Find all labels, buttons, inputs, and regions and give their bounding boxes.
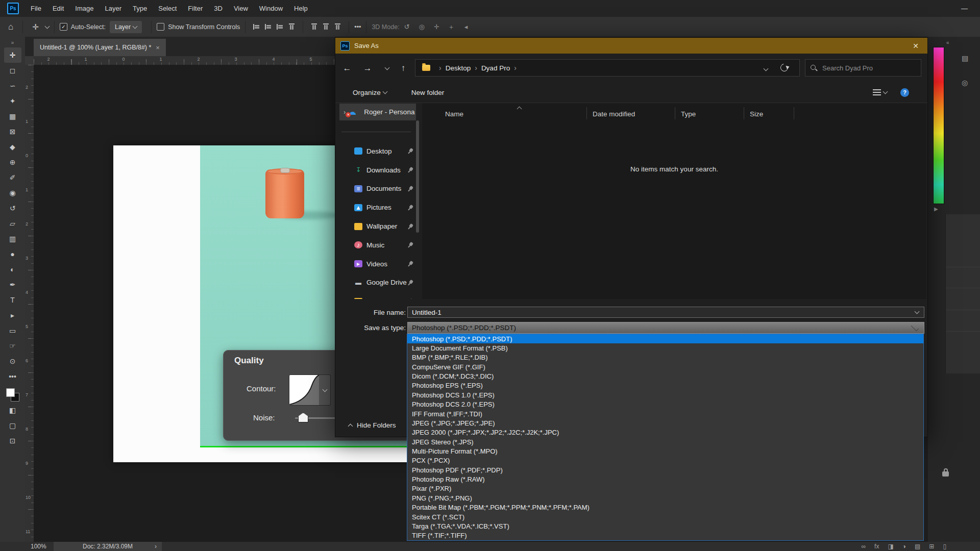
delete-layer-icon[interactable]: ▯ — [943, 543, 946, 550]
save-as-type-dropdown[interactable]: Photoshop (*.PSD;*.PDD;*.PSDT) — [407, 322, 924, 334]
address-dropdown-button[interactable] — [762, 64, 768, 72]
column-separator[interactable] — [744, 107, 744, 119]
sidebar-item-pictures[interactable]: ▲ Pictures — [337, 198, 420, 217]
3d-mode-icon[interactable]: ↺ — [403, 22, 411, 31]
3d-mode-icon[interactable]: ◎ — [418, 22, 426, 31]
column-separator[interactable] — [794, 107, 794, 119]
menu-item[interactable]: Window — [254, 0, 288, 17]
format-option[interactable]: Photoshop PDF (*.PDF;*.PDP) — [407, 465, 923, 474]
link-layers-icon[interactable]: ∞ — [861, 543, 866, 550]
format-option[interactable]: Photoshop Raw (*.RAW) — [407, 474, 923, 484]
align-top-icon[interactable] — [289, 23, 295, 30]
sidebar-item-google-drive[interactable]: ▬ Google Drive — [337, 273, 420, 292]
organize-button[interactable]: Organize — [353, 89, 387, 96]
tool-clone-stamp[interactable]: ◉ — [4, 185, 21, 201]
contour-dropdown-button[interactable] — [319, 374, 331, 406]
search-box[interactable] — [805, 59, 921, 77]
format-option[interactable]: Photoshop DCS 1.0 (*.EPS) — [407, 390, 923, 399]
sidebar-item-downloads[interactable]: ↧ Downloads — [337, 161, 420, 180]
sidebar-item-music[interactable]: ♪ Music — [337, 236, 420, 255]
collapse-panels-icon[interactable]: « — [946, 40, 949, 45]
more-options[interactable]: ••• — [354, 23, 361, 31]
column-separator[interactable] — [586, 107, 587, 119]
sidebar-item-wallpaper[interactable]: Wallpaper — [337, 217, 420, 236]
align-bottom-icon[interactable] — [335, 23, 340, 30]
tool-type[interactable]: T — [4, 292, 21, 308]
sidebar-item-onedrive[interactable]: › ☁ ✕ Roger - Persona — [339, 104, 416, 120]
column-header[interactable]: Type — [681, 110, 696, 118]
color-spectrum-bar[interactable] — [933, 47, 944, 204]
menu-item[interactable]: Type — [127, 0, 153, 17]
format-option[interactable]: Photoshop DCS 2.0 (*.EPS) — [407, 400, 923, 409]
quick-mask-icon[interactable]: ◧ — [4, 403, 21, 418]
tool-frame[interactable]: ⊠ — [4, 124, 21, 139]
sidebar-item-documents[interactable]: ≡ Documents — [337, 180, 420, 198]
menu-item[interactable]: Layer — [100, 0, 128, 17]
tool-shape[interactable]: ▭ — [4, 323, 21, 338]
format-option[interactable]: BMP (*.BMP;*.RLE;*.DIB) — [407, 353, 923, 362]
format-option[interactable]: TIFF (*.TIF;*.TIFF) — [407, 531, 923, 540]
move-tool-icon[interactable]: ✛ — [28, 22, 43, 32]
tool-hand[interactable]: ☞ — [4, 338, 21, 354]
address-bar[interactable]: › Desktop›Dyad Pro› — [415, 59, 800, 77]
document-tab[interactable]: Untitled-1 @ 100% (Layer 1, RGB/8#) * × — [34, 39, 166, 56]
format-option[interactable]: Photoshop (*.PSD;*.PDD;*.PSDT) — [407, 334, 923, 343]
sidebar-item-desktop[interactable]: Desktop — [337, 142, 420, 161]
refresh-icon[interactable] — [779, 62, 790, 73]
menu-item[interactable]: Help — [288, 0, 313, 17]
clone-source-panel-icon[interactable]: ◎ — [962, 79, 968, 87]
menu-item[interactable]: Image — [69, 0, 99, 17]
format-option[interactable]: IFF Format (*.IFF;*.TDI) — [407, 409, 923, 418]
distribute-horizontal-icon[interactable] — [323, 23, 329, 30]
menu-item[interactable]: Edit — [47, 0, 69, 17]
spectrum-handle-icon[interactable]: ▶ — [934, 206, 938, 212]
zoom-level[interactable]: 100% — [31, 543, 46, 550]
menu-item[interactable]: Select — [153, 0, 182, 17]
breadcrumb-segment[interactable]: Dyad Pro — [481, 64, 510, 72]
tool-healing-brush[interactable]: ⊕ — [4, 155, 21, 170]
format-option[interactable]: JPEG (*.JPG;*.JPEG;*.JPE) — [407, 418, 923, 428]
layer-effects-icon[interactable]: fx — [874, 543, 879, 550]
menu-item[interactable]: View — [228, 0, 254, 17]
tool-path-select[interactable]: ▸ — [4, 308, 21, 323]
format-option[interactable]: PCX (*.PCX) — [407, 456, 923, 465]
tool-marquee[interactable]: ◻ — [4, 63, 21, 78]
tool-more[interactable]: ••• — [4, 369, 21, 384]
adjustment-layer-icon[interactable]: ◑ — [902, 543, 906, 550]
noise-slider-handle[interactable] — [298, 413, 308, 422]
column-header[interactable]: Size — [750, 110, 763, 118]
tool-gradient[interactable]: ▥ — [4, 231, 21, 246]
distribute-vertical-icon[interactable] — [311, 23, 317, 30]
home-icon[interactable]: ⌂ — [4, 22, 17, 32]
tool-eyedropper[interactable]: ◆ — [4, 139, 21, 155]
tool-brush[interactable]: ✐ — [4, 170, 21, 185]
3d-mode-icon[interactable]: ◂ — [462, 22, 471, 31]
format-option[interactable]: Pixar (*.PXR) — [407, 484, 923, 493]
menu-item[interactable]: 3D — [208, 0, 228, 17]
menu-item[interactable]: File — [25, 0, 47, 17]
forward-button[interactable]: → — [360, 61, 375, 76]
format-option[interactable]: Large Document Format (*.PSB) — [407, 343, 923, 353]
recent-locations-button[interactable] — [378, 61, 394, 76]
auto-select-checkbox[interactable]: ✓ — [60, 23, 67, 31]
column-separator[interactable] — [675, 107, 675, 119]
window-minimize-button[interactable]: — — [961, 0, 968, 17]
sidebar-item-partial[interactable] — [337, 292, 420, 299]
format-option[interactable]: CompuServe GIF (*.GIF) — [407, 362, 923, 371]
tool-quick-selection[interactable]: ✦ — [4, 93, 21, 109]
tool-blur[interactable]: ● — [4, 246, 21, 262]
tool-lasso[interactable]: ∽ — [4, 78, 21, 93]
column-header[interactable]: Date modified — [593, 110, 635, 118]
help-button[interactable]: ? — [900, 88, 909, 97]
artboard-icon[interactable]: ⊡ — [4, 433, 21, 448]
tool-eraser[interactable]: ▱ — [4, 216, 21, 231]
new-layer-icon[interactable]: ⊞ — [929, 543, 934, 550]
tool-history-brush[interactable]: ↺ — [4, 201, 21, 216]
show-transform-checkbox[interactable] — [157, 23, 164, 31]
tool-move[interactable]: ✛ — [4, 47, 21, 63]
format-option[interactable]: PNG (*.PNG;*.PNG) — [407, 493, 923, 503]
search-input[interactable] — [821, 64, 916, 72]
hide-folders-button[interactable]: Hide Folders — [346, 421, 396, 429]
file-name-input[interactable] — [408, 309, 924, 316]
expand-panel-icon[interactable]: » — [11, 40, 14, 45]
